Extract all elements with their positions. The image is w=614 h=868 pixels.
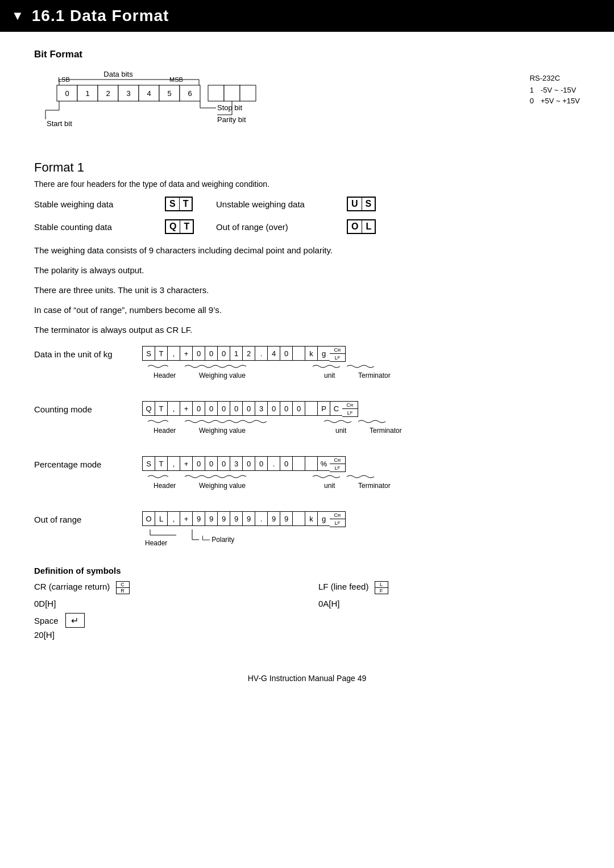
rs232c-0-label: 0 bbox=[530, 97, 534, 105]
lf-hex: 0A[H] bbox=[318, 599, 580, 608]
lf-bot4: LF bbox=[330, 519, 345, 527]
cell-crlf: CR LF bbox=[330, 346, 346, 362]
cell-dot: . bbox=[255, 346, 267, 361]
weighing-types-grid: Stable weighing data S T Unstable weighi… bbox=[34, 197, 580, 234]
svg-text:Data bits: Data bits bbox=[103, 70, 133, 78]
rs232c-1-label: 1 bbox=[530, 86, 534, 94]
ol-l: L bbox=[362, 220, 375, 233]
qt-t: T bbox=[180, 220, 193, 233]
svg-text:Weighing value: Weighing value bbox=[199, 427, 246, 435]
cr-symbol: C R bbox=[116, 581, 130, 594]
counting-data-string: Q T , + 0 0 0 0 0 3 0 0 0 P C CR LF bbox=[142, 401, 438, 417]
svg-rect-17 bbox=[224, 85, 240, 101]
cell-0d: 0 bbox=[280, 346, 292, 361]
data-row-oor: Out of range O L , + 9 9 9 9 9 . 9 9 k g… bbox=[34, 511, 580, 550]
svg-text:6: 6 bbox=[188, 89, 192, 98]
svg-text:2: 2 bbox=[106, 89, 110, 98]
bit-format-diagram: LSB MSB 0 1 2 3 4 5 6 bbox=[34, 69, 580, 143]
stable-weighing-code: S T bbox=[165, 197, 210, 211]
oor-annotations-svg: Header └─ Polarity bbox=[142, 529, 301, 550]
cell-plus4: + bbox=[180, 511, 192, 526]
cell-plus3: + bbox=[180, 456, 192, 471]
lf-symbol-top: L bbox=[375, 582, 388, 588]
space-row: Space ↵ bbox=[34, 613, 296, 628]
cell-sp5 bbox=[292, 511, 305, 526]
cell-9c: 9 bbox=[217, 511, 230, 526]
lf-symbol: L F bbox=[375, 581, 388, 594]
para1: The weighing data consists of 9 characte… bbox=[34, 245, 580, 255]
svg-text:Header: Header bbox=[145, 539, 167, 547]
data-row-percentage: Percentage mode S T , + 0 0 0 3 0 0 . 0 … bbox=[34, 456, 580, 495]
bit-diagram-container: LSB MSB 0 1 2 3 4 5 6 bbox=[34, 69, 501, 143]
data-row-kg-content: S T , + 0 0 0 1 2 . 4 0 k g CR LF Header bbox=[142, 346, 426, 385]
data-row-percentage-content: S T , + 0 0 0 3 0 0 . 0 % CR LF Header W… bbox=[142, 456, 426, 495]
cell-9f: 9 bbox=[267, 511, 280, 526]
cell-g2: g bbox=[317, 511, 330, 526]
cell-k: k bbox=[305, 346, 317, 361]
para2: The polarity is always output. bbox=[34, 265, 580, 275]
space-hex: 20[H] bbox=[34, 630, 296, 640]
cell-sp3 bbox=[292, 456, 305, 471]
cr-def: CR (carriage return) C R bbox=[34, 581, 296, 594]
cell-sp1 bbox=[292, 346, 305, 361]
cr-label-text: CR (carriage return) C R bbox=[34, 581, 130, 594]
cell-l: L bbox=[155, 511, 167, 526]
svg-text:Weighing value: Weighing value bbox=[199, 372, 246, 379]
cell-9a: 9 bbox=[192, 511, 205, 526]
cell-9b: 9 bbox=[205, 511, 217, 526]
para5: The terminator is always output as CR LF… bbox=[34, 325, 580, 335]
cell-k2: k bbox=[305, 511, 317, 526]
format1-desc: There are four headers for the type of d… bbox=[34, 180, 580, 189]
cell-t3: T bbox=[155, 456, 167, 471]
cr-top2: CR bbox=[342, 402, 358, 409]
definition-section: Definition of symbols CR (carriage retur… bbox=[34, 566, 580, 640]
cell-pct: % bbox=[317, 456, 330, 471]
cell-1: 1 bbox=[230, 346, 242, 361]
cell-q: Q bbox=[142, 401, 155, 416]
page-footer: HV-G Instruction Manual Page 49 bbox=[34, 674, 580, 683]
cell-plus: + bbox=[180, 346, 192, 361]
cell-g: g bbox=[317, 346, 330, 361]
data-row-oor-label: Out of range bbox=[34, 511, 131, 524]
svg-rect-18 bbox=[240, 85, 256, 101]
cell-s: S bbox=[142, 346, 155, 361]
format1-section: Format 1 There are four headers for the … bbox=[34, 160, 580, 335]
cell-2: 2 bbox=[242, 346, 255, 361]
lf-label: LF (line feed) bbox=[318, 582, 368, 591]
svg-text:Header: Header bbox=[154, 372, 176, 379]
empty-cell bbox=[318, 613, 580, 640]
space-def: Space ↵ 20[H] bbox=[34, 613, 296, 640]
cell-0m: 0 bbox=[192, 456, 205, 471]
svg-text:1: 1 bbox=[85, 89, 89, 98]
stable-weighing-label: Stable weighing data bbox=[34, 199, 159, 209]
cell-0q: 0 bbox=[255, 456, 267, 471]
cell-9e: 9 bbox=[242, 511, 255, 526]
cr-symbol-top: C bbox=[117, 582, 129, 588]
cell-dot3: . bbox=[255, 511, 267, 526]
cell-0e: 0 bbox=[192, 401, 205, 416]
rs232c-title: RS-232C bbox=[530, 74, 580, 82]
rs232c-row-0: 0 +5V ~ +15V bbox=[530, 97, 580, 105]
svg-text:└─ Polarity: └─ Polarity bbox=[200, 536, 234, 544]
svg-text:unit: unit bbox=[335, 427, 347, 435]
svg-text:Weighing value: Weighing value bbox=[199, 482, 246, 490]
cell-0i: 0 bbox=[242, 401, 255, 416]
svg-text:unit: unit bbox=[324, 372, 335, 379]
kg-annotations-svg: Header Weighing value unit Terminator bbox=[142, 362, 426, 383]
percentage-data-string: S T , + 0 0 0 3 0 0 . 0 % CR LF bbox=[142, 456, 426, 472]
data-row-kg-label: Data in the unit of kg bbox=[34, 346, 131, 359]
cell-3: 3 bbox=[255, 401, 267, 416]
st-s: S bbox=[166, 198, 180, 210]
lf-bot: LF bbox=[330, 354, 345, 361]
rs232c-row-1: 1 -5V ~ -15V bbox=[530, 86, 580, 94]
cell-0o: 0 bbox=[217, 456, 230, 471]
cell-comma3: , bbox=[167, 456, 180, 471]
bit-format-title: Bit Format bbox=[34, 49, 580, 60]
definition-title: Definition of symbols bbox=[34, 566, 580, 575]
svg-text:4: 4 bbox=[147, 89, 151, 98]
cell-crlf2: CR LF bbox=[342, 401, 358, 417]
cr-top4: CR bbox=[330, 512, 345, 519]
svg-text:Terminator: Terminator bbox=[358, 482, 391, 490]
cell-0l: 0 bbox=[292, 401, 305, 416]
ol-o: O bbox=[348, 220, 362, 233]
